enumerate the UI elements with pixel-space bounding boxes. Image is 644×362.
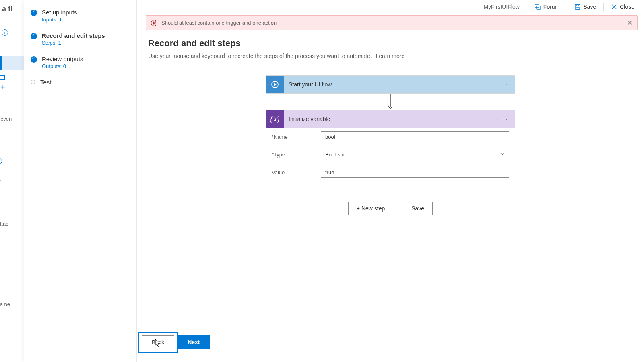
type-label: *Type	[272, 152, 321, 158]
step-title: Record and edit steps	[42, 32, 105, 39]
chevron-down-icon	[500, 152, 505, 158]
scrollbar[interactable]	[638, 14, 644, 362]
error-icon	[151, 20, 157, 26]
ui-flow-editor-panel: Set up inputs Inputs: 1 Record and edit …	[24, 0, 644, 362]
forum-icon	[535, 4, 541, 10]
step-setup-inputs[interactable]: Set up inputs Inputs: 1	[31, 9, 130, 23]
type-select[interactable]: Boolean	[321, 149, 509, 160]
start-flow-card[interactable]: Start your UI flow · · ·	[266, 75, 515, 94]
step-test[interactable]: Test	[31, 79, 130, 86]
page-title: Record and edit steps	[148, 38, 633, 49]
page-description: Use your mouse and keyboard to recreate …	[148, 53, 633, 59]
card-menu-button[interactable]: · · ·	[494, 116, 511, 122]
wizard-steps-sidebar: Set up inputs Inputs: 1 Record and edit …	[24, 0, 137, 362]
step-title: Set up inputs	[42, 9, 77, 16]
variable-icon: {𝑥}	[266, 110, 284, 128]
svg-rect-3	[576, 7, 579, 9]
error-message: Should at least contain one trigger and …	[161, 20, 277, 26]
play-circle-icon	[266, 76, 284, 93]
step-title: Test	[40, 79, 52, 86]
card-title: Start your UI flow	[289, 81, 332, 88]
close-button[interactable]: Close	[608, 2, 638, 12]
step-subtitle: Steps: 1	[42, 40, 105, 46]
save-step-button[interactable]: Save	[403, 202, 433, 215]
flow-arrow	[388, 94, 393, 110]
step-review-outputs[interactable]: Review outputs Outputs: 0	[31, 56, 130, 69]
editor-header: MyFirstUIFlow Forum Save Close	[137, 0, 644, 14]
step-done-icon	[31, 33, 37, 39]
step-pending-icon	[31, 80, 35, 84]
back-button[interactable]: Back	[142, 335, 174, 349]
close-icon	[611, 4, 617, 10]
forum-button[interactable]: Forum	[531, 2, 563, 12]
save-icon	[574, 4, 581, 10]
error-banner: Should at least contain one trigger and …	[146, 15, 638, 30]
flow-name-label: MyFirstUIFlow	[483, 4, 519, 10]
next-button[interactable]: Next	[178, 335, 210, 349]
step-subtitle: Outputs: 0	[42, 63, 83, 69]
learn-more-link[interactable]: Learn more	[376, 53, 405, 59]
name-label: *Name	[272, 134, 321, 140]
card-title: Initialize variable	[289, 116, 330, 122]
step-done-icon	[31, 56, 37, 63]
background-app-partial: ake a fl i + nated even atei e work mail…	[0, 0, 24, 362]
step-record-edit[interactable]: Record and edit steps Steps: 1	[31, 32, 130, 46]
wizard-footer: Back Next	[142, 335, 210, 349]
value-input[interactable]	[321, 167, 509, 178]
card-menu-button[interactable]: · · ·	[494, 81, 511, 88]
svg-rect-2	[576, 4, 578, 6]
dismiss-banner-button[interactable]: ✕	[627, 19, 632, 27]
step-subtitle: Inputs: 1	[42, 16, 77, 23]
initialize-variable-card[interactable]: {𝑥} Initialize variable · · · *Name *Typ…	[266, 110, 515, 181]
name-input[interactable]	[321, 131, 509, 142]
flow-canvas: Start your UI flow · · · {𝑥} Initialize …	[148, 75, 633, 215]
new-step-button[interactable]: + New step	[348, 202, 393, 215]
info-icon: i	[0, 29, 24, 36]
step-title: Review outputs	[42, 56, 83, 62]
main-content: MyFirstUIFlow Forum Save Close Should at…	[137, 0, 644, 362]
value-label: Value	[272, 169, 321, 175]
save-button[interactable]: Save	[571, 2, 599, 12]
step-done-icon	[31, 10, 37, 16]
